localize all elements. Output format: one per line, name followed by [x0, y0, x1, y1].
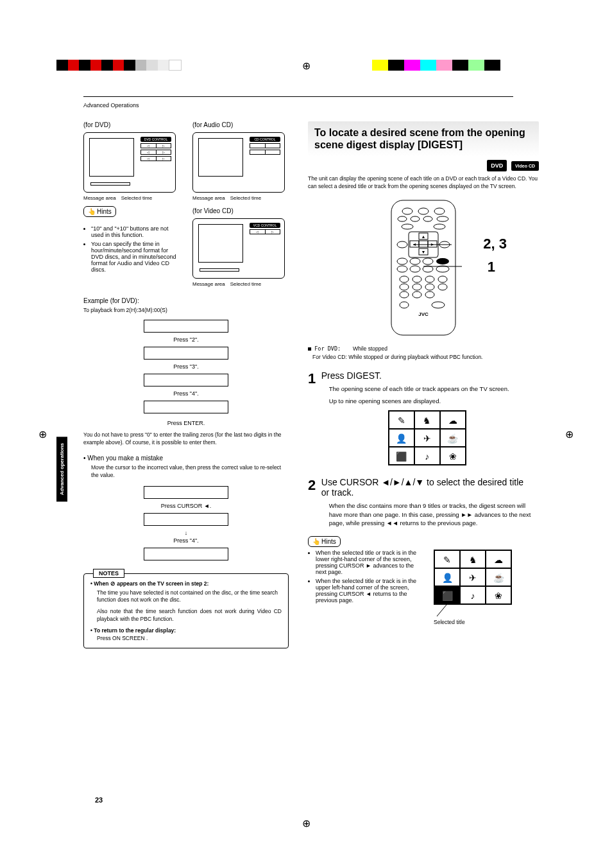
- for-audio-label: (for Audio CD): [192, 121, 289, 128]
- digest-grid-illustration: ✎♞☁ 👤✈☕ ⬛♪❀: [388, 410, 466, 465]
- step-text: Up to nine opening scenes are displayed.: [329, 397, 533, 405]
- crop-mark-icon: ⊕: [302, 60, 310, 72]
- color-bars-left: [56, 60, 182, 71]
- svg-text:▼: ▼: [421, 250, 426, 254]
- color-bars-right: [372, 60, 500, 71]
- value-box: [144, 401, 228, 413]
- value-box: [144, 347, 228, 360]
- note-bullet: When ⊘ appears on the TV screen in step …: [94, 580, 208, 587]
- svg-text:JVC: JVC: [418, 311, 429, 317]
- paragraph: You do not have to press "0" to enter th…: [83, 431, 289, 447]
- hint-item: You can specify the time in hour/minute/…: [91, 241, 180, 273]
- video-display-illustration: VCD CONTROL ◁▷: [192, 218, 285, 279]
- press-label: Press "4".: [128, 390, 244, 397]
- svg-point-25: [436, 258, 449, 265]
- notes-box: NOTES • When ⊘ appears on the TV screen …: [83, 573, 289, 649]
- note-bullet: To return to the regular display:: [94, 627, 176, 634]
- value-box: [144, 486, 228, 499]
- step-title: Use CURSOR ◄/►/▲/▼ to select the desired…: [321, 477, 533, 498]
- section-header: Advanced Operations: [83, 102, 567, 108]
- note-text: Press ON SCREEN .: [97, 635, 282, 641]
- crop-mark-icon: ⊕: [38, 428, 47, 440]
- press-cursor-label: Press CURSOR ◄.: [122, 503, 250, 509]
- callout-1: 1: [488, 259, 495, 275]
- mistake-text: Move the cursor to the incorrect value, …: [91, 464, 289, 480]
- step-number: 2: [308, 477, 319, 494]
- side-tab: Advanced operations: [56, 437, 67, 501]
- digest-grid-selected-illustration: ✎♞☁ 👤✈☕ ⬛♪❀: [434, 550, 512, 605]
- cd-control-badge: CD CONTROL: [250, 137, 280, 142]
- caption-selected: Selected time: [121, 195, 152, 201]
- note-text: The time you have selected is not contai…: [97, 589, 282, 605]
- dvd-display-illustration: DVD CONTROL ◁▷ ◁▷ ◁▷: [83, 132, 176, 193]
- video-cd-badge: Video CD: [511, 161, 539, 171]
- step-title: Press DIGEST.: [321, 370, 533, 381]
- dvd-badge: DVD: [487, 160, 507, 171]
- mistake-title: When you make a mistake: [87, 455, 163, 462]
- callout-line-icon: [413, 243, 452, 246]
- caption-selected: Selected time: [230, 281, 261, 287]
- note-text: Also note that the time search function …: [97, 608, 282, 623]
- callout-2-3: 2, 3: [483, 236, 507, 252]
- remote-illustration: ▲ ◄ ► ▼ JVC: [388, 197, 459, 338]
- for-dvd-condition-label: ■ For DVD:: [308, 345, 341, 352]
- caption-message: Message area: [192, 195, 225, 201]
- step-number: 1: [308, 370, 319, 387]
- step-text: The opening scene of each title or track…: [329, 385, 533, 393]
- caption-message: Message area: [83, 195, 116, 201]
- hints-badge: Hints: [308, 536, 341, 547]
- for-vcd-label: For Video CD:: [312, 354, 347, 360]
- press-label: Press "2".: [128, 336, 244, 343]
- value-box: [144, 320, 228, 333]
- intro-paragraph: The unit can display the opening scene o…: [308, 175, 539, 191]
- caption-selected: Selected time: [230, 195, 261, 201]
- callout-line-icon: [434, 605, 466, 618]
- crop-mark-icon: ⊕: [302, 817, 310, 829]
- callout-line-icon: [423, 265, 462, 268]
- caption-message: Message area: [192, 281, 225, 287]
- svg-text:▲: ▲: [421, 234, 426, 239]
- step-text: When the disc contains more than 9 title…: [329, 501, 533, 527]
- press-enter-label: Press ENTER.: [128, 420, 244, 426]
- hint-item: When the selected title or track is in t…: [316, 550, 423, 575]
- selected-title-label: Selected title: [434, 619, 523, 625]
- vcd-control-badge: VCD CONTROL: [250, 223, 280, 228]
- example-subtitle: To playback from 2(H):34(M):00(S): [83, 307, 289, 313]
- press-label: Press "4".: [122, 537, 250, 544]
- arrow-down-icon: ↓: [122, 530, 250, 536]
- press-label: Press "3".: [128, 363, 244, 370]
- for-vcd-condition: While stopped or during playback without…: [348, 354, 482, 360]
- value-box: [144, 548, 228, 560]
- for-video-label: (for Video CD): [192, 207, 289, 214]
- hint-item: When the selected title or track is in t…: [316, 578, 423, 603]
- for-dvd-label: (for DVD): [83, 121, 180, 128]
- value-box: [144, 374, 228, 386]
- example-title: Example (for DVD):: [83, 297, 289, 304]
- svg-line-46: [437, 605, 446, 616]
- page-number: 23: [95, 796, 103, 804]
- audio-display-illustration: CD CONTROL: [192, 132, 285, 193]
- crop-mark-icon: ⊕: [565, 428, 574, 440]
- for-dvd-condition: While stopped: [353, 345, 387, 352]
- hint-item: "10" and "+10" buttons are not used in t…: [91, 225, 180, 238]
- dvd-control-badge: DVD CONTROL: [140, 137, 171, 142]
- value-box: [144, 513, 228, 526]
- notes-title: NOTES: [93, 569, 124, 578]
- section-heading: To locate a desired scene from the openi…: [308, 121, 539, 156]
- hints-badge: Hints: [83, 206, 116, 217]
